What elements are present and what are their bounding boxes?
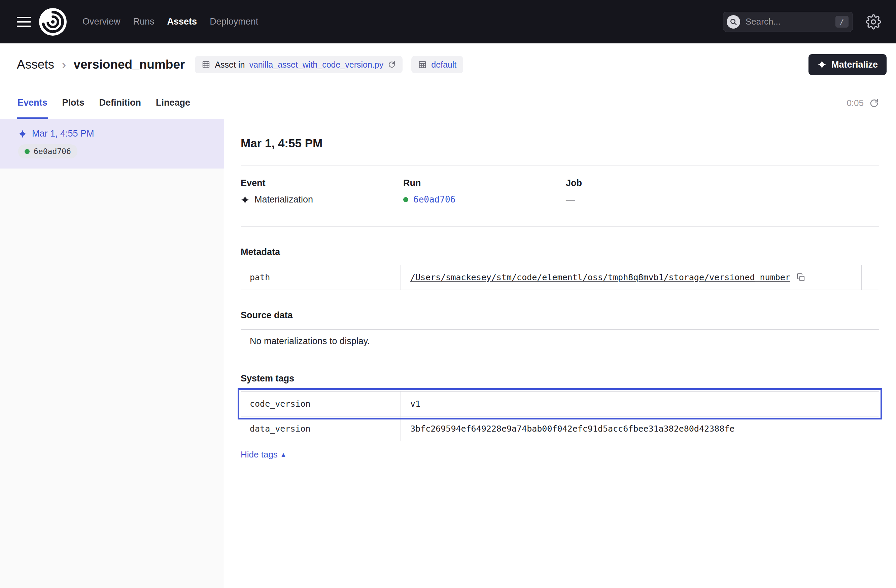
nav-overview[interactable]: Overview [82, 14, 121, 29]
search-input[interactable]: Search... / [723, 12, 853, 32]
hide-tags-label: Hide tags [241, 450, 278, 460]
asset-tabs: Events Plots Definition Lineage 0:05 [17, 84, 879, 119]
job-label: Job [566, 178, 582, 188]
tag-value: 3bfc269594ef649228e9a74bab00f042efc91d5a… [401, 416, 879, 441]
events-sidebar: Mar 1, 4:55 PM 6e0ad706 [0, 119, 224, 588]
run-status-dot [403, 197, 408, 202]
hamburger-menu-icon[interactable] [17, 17, 31, 27]
metadata-table: path /Users/smackesey/stm/code/elementl/… [241, 265, 879, 290]
nav-deployment[interactable]: Deployment [209, 14, 259, 29]
settings-gear-icon[interactable] [866, 14, 881, 30]
run-status-dot [24, 149, 30, 154]
search-icon [727, 15, 740, 29]
event-list-item[interactable]: Mar 1, 4:55 PM 6e0ad706 [0, 119, 224, 169]
materialize-label: Materialize [831, 59, 878, 70]
dagster-logo[interactable] [39, 8, 67, 36]
source-data-heading: Source data [241, 310, 879, 321]
run-id-text: 6e0ad706 [34, 147, 71, 156]
job-value: — [566, 194, 575, 205]
materialization-sparkle-icon [18, 129, 27, 138]
breadcrumb-assets-link[interactable]: Assets [17, 58, 54, 71]
search-placeholder: Search... [745, 17, 830, 27]
source-data-empty-state: No materializations to display. [241, 329, 879, 353]
tag-key: data_version [241, 416, 401, 441]
refresh-countdown: 0:05 [847, 98, 864, 108]
top-navigation-bar: Overview Runs Assets Deployment Search..… [0, 0, 896, 43]
asset-origin-prefix: Asset in [215, 60, 245, 70]
run-label: Run [403, 178, 566, 188]
table-icon [202, 60, 210, 69]
breadcrumb-chevron-icon: › [62, 57, 66, 72]
tag-value: v1 [401, 392, 879, 416]
search-shortcut-hint: / [835, 16, 849, 27]
event-type-value: Materialization [254, 194, 313, 205]
reload-definitions-icon[interactable] [388, 61, 396, 68]
metadata-key: path [241, 265, 401, 290]
copy-icon[interactable] [796, 273, 805, 282]
event-detail-panel: Mar 1, 4:55 PM Event Materialization Run [224, 119, 896, 588]
tab-plots[interactable]: Plots [62, 97, 85, 119]
tag-row-data-version: data_version 3bfc269594ef649228e9a74bab0… [241, 416, 879, 441]
materialization-sparkle-icon [241, 196, 250, 204]
asset-header: Assets › versioned_number Asset in vanil… [0, 43, 896, 119]
metadata-row-path: path /Users/smackesey/stm/code/elementl/… [241, 265, 879, 290]
event-summary: Event Materialization Run 6e0ad706 [241, 178, 879, 205]
run-id-link[interactable]: 6e0ad706 [413, 194, 456, 205]
page-title: versioned_number [73, 58, 185, 71]
refresh-icon[interactable] [869, 98, 879, 108]
run-id-tag[interactable]: 6e0ad706 [18, 144, 78, 158]
sparkle-icon [817, 60, 827, 69]
system-tags-table: code_version v1 data_version 3bfc269594e… [241, 391, 879, 441]
tab-lineage[interactable]: Lineage [155, 97, 191, 119]
event-timestamp: Mar 1, 4:55 PM [32, 129, 94, 139]
metadata-heading: Metadata [241, 247, 879, 257]
asset-origin-pill: Asset in vanilla_asset_with_code_version… [195, 56, 402, 73]
metadata-expand-cell[interactable] [861, 265, 879, 290]
caret-up-icon: ▲ [281, 451, 285, 458]
event-label: Event [241, 178, 403, 188]
nav-assets[interactable]: Assets [167, 14, 198, 29]
tab-events[interactable]: Events [17, 97, 48, 119]
asset-group-icon [418, 60, 427, 69]
asset-group-link[interactable]: default [431, 60, 456, 70]
primary-nav: Overview Runs Assets Deployment [82, 14, 259, 29]
system-tags-heading: System tags [241, 374, 879, 384]
tag-row-code-version: code_version v1 [241, 392, 879, 416]
tag-key: code_version [241, 392, 401, 416]
asset-file-link[interactable]: vanilla_asset_with_code_version.py [249, 60, 383, 70]
empty-state-text: No materializations to display. [250, 336, 370, 346]
metadata-path-link[interactable]: /Users/smackesey/stm/code/elementl/oss/t… [410, 272, 790, 282]
materialize-button[interactable]: Materialize [809, 54, 887, 75]
hide-tags-link[interactable]: Hide tags ▲ [241, 450, 285, 460]
event-title: Mar 1, 4:55 PM [241, 137, 879, 150]
asset-group-pill: default [411, 56, 463, 73]
nav-runs[interactable]: Runs [133, 14, 155, 29]
tab-definition[interactable]: Definition [99, 97, 142, 119]
